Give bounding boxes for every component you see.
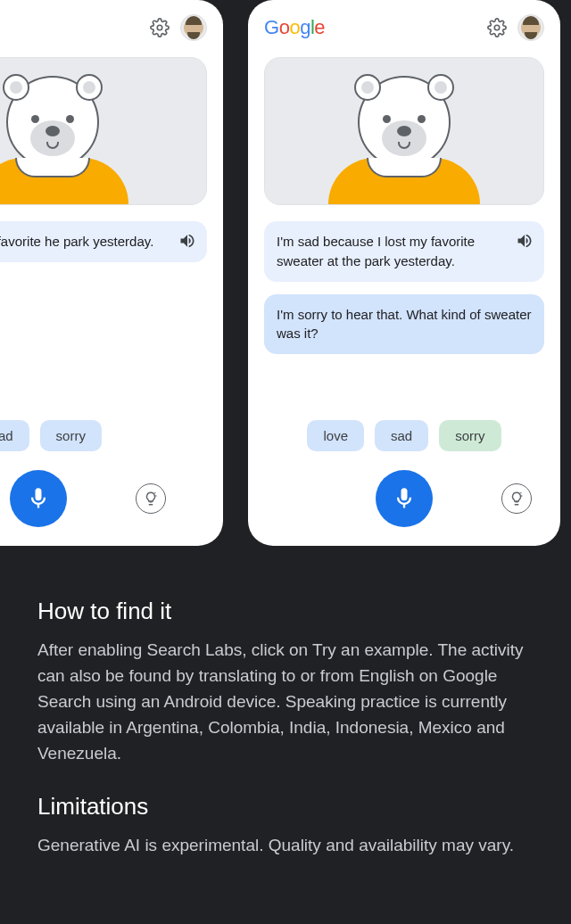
svg-point-1 [494, 25, 500, 30]
hint-button[interactable] [501, 483, 532, 514]
message-text: I'm sad because I lost my favorite sweat… [277, 232, 532, 271]
speaker-icon[interactable] [516, 232, 534, 250]
limitations-heading: Limitations [37, 793, 534, 821]
character-illustration [264, 57, 544, 205]
profile-avatar[interactable] [180, 14, 207, 41]
speaker-icon[interactable] [178, 232, 196, 250]
limitations-paragraph: Generative AI is experimental. Quality a… [37, 833, 534, 859]
settings-icon[interactable] [150, 18, 170, 37]
microphone-button[interactable] [10, 470, 67, 527]
phone-screenshots-row: ause I lost my favorite he park yesterda… [0, 0, 482, 546]
phone-mockup-left: ause I lost my favorite he park yesterda… [0, 0, 223, 546]
message-text: I'm sorry to hear that. What kind of swe… [277, 305, 532, 344]
profile-avatar[interactable] [517, 14, 544, 41]
user-message-bubble: I'm sad because I lost my favorite sweat… [264, 221, 544, 282]
user-message-bubble: ause I lost my favorite he park yesterda… [0, 221, 207, 262]
article-body: How to find it After enabling Search Lab… [0, 546, 571, 859]
settings-icon[interactable] [487, 18, 507, 37]
chip[interactable]: sad [375, 420, 428, 451]
bot-message-bubble: I'm sorry to hear that. What kind of swe… [264, 294, 544, 355]
howto-paragraph: After enabling Search Labs, click on Try… [37, 638, 534, 766]
suggestion-chips: love sad sorry [264, 420, 544, 451]
character-illustration [0, 57, 207, 205]
suggestion-chips: e sad sorry [0, 420, 153, 451]
message-text: ause I lost my favorite he park yesterda… [0, 232, 194, 252]
phone-mockup-right: Google I'm sad because I lost my favorit… [248, 0, 560, 546]
svg-point-0 [157, 25, 162, 30]
howto-heading: How to find it [37, 598, 534, 625]
hint-button[interactable] [136, 483, 166, 514]
chip[interactable]: sorry [40, 420, 102, 451]
google-logo: Google [264, 16, 325, 39]
chip[interactable]: sad [0, 420, 29, 451]
microphone-button[interactable] [376, 470, 433, 527]
chip[interactable]: sorry [439, 420, 501, 451]
chip[interactable]: love [307, 420, 364, 451]
